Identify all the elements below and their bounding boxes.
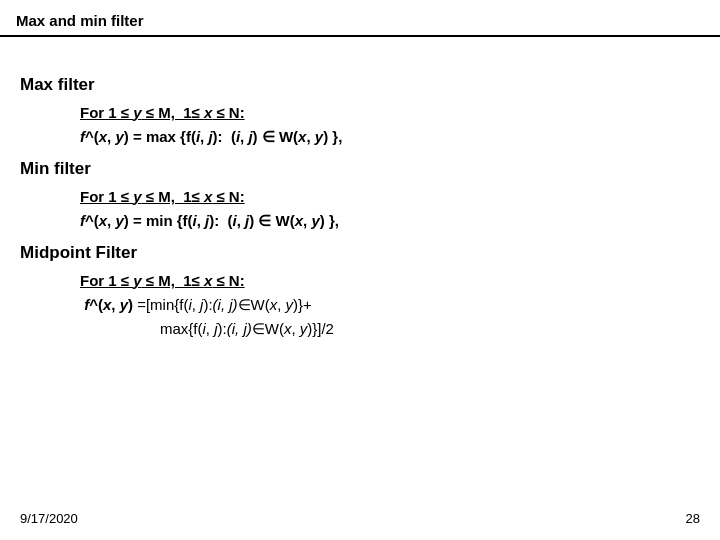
slide-title: Max and min filter <box>16 12 144 29</box>
max-filter-title: Max filter <box>20 75 700 95</box>
main-content: Max filter For 1 ≤ y ≤ M, 1≤ x ≤ N: f^(x… <box>0 37 720 361</box>
midpoint-filter-condition: For 1 ≤ y ≤ M, 1≤ x ≤ N: <box>80 269 700 293</box>
slide-container: Max and min filter Max filter For 1 ≤ y … <box>0 0 720 540</box>
max-filter-formula: For 1 ≤ y ≤ M, 1≤ x ≤ N: f^(x, y) = max … <box>80 101 700 149</box>
min-filter-formula: For 1 ≤ y ≤ M, 1≤ x ≤ N: f^(x, y) = min … <box>80 185 700 233</box>
footer-page: 28 <box>686 511 700 526</box>
max-filter-condition: For 1 ≤ y ≤ M, 1≤ x ≤ N: <box>80 101 700 125</box>
min-filter-condition: For 1 ≤ y ≤ M, 1≤ x ≤ N: <box>80 185 700 209</box>
footer-date: 9/17/2020 <box>20 511 78 526</box>
footer: 9/17/2020 28 <box>20 511 700 526</box>
header: Max and min filter <box>0 0 720 37</box>
midpoint-filter-section: Midpoint Filter For 1 ≤ y ≤ M, 1≤ x ≤ N:… <box>20 243 700 341</box>
min-filter-title: Min filter <box>20 159 700 179</box>
midpoint-filter-equation-line1: f^(x, y) =[min{f(i, j):(i, j)∈W(x, y)}+ <box>80 293 700 317</box>
midpoint-filter-formula: For 1 ≤ y ≤ M, 1≤ x ≤ N: f^(x, y) =[min{… <box>80 269 700 341</box>
midpoint-filter-title: Midpoint Filter <box>20 243 700 263</box>
min-filter-section: Min filter For 1 ≤ y ≤ M, 1≤ x ≤ N: f^(x… <box>20 159 700 233</box>
midpoint-filter-equation-line2: max{f(i, j):(i, j)∈W(x, y)}]/2 <box>160 317 700 341</box>
max-filter-section: Max filter For 1 ≤ y ≤ M, 1≤ x ≤ N: f^(x… <box>20 75 700 149</box>
min-filter-equation: f^(x, y) = min {f(i, j): (i, j) ∈ W(x, y… <box>80 209 700 233</box>
max-filter-equation: f^(x, y) = max {f(i, j): (i, j) ∈ W(x, y… <box>80 125 700 149</box>
